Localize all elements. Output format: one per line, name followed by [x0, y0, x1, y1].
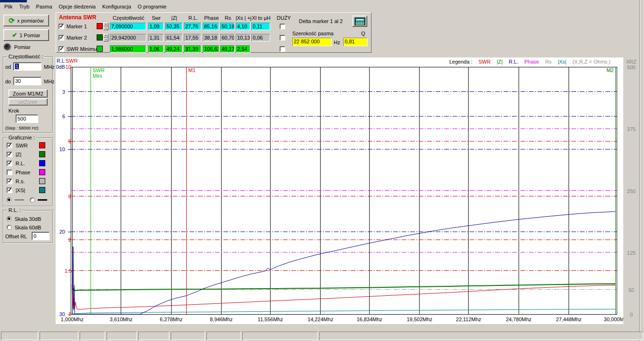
freq-to-input[interactable]: 30 — [13, 77, 41, 85]
value-field-rs[interactable]: 50,18 — [220, 23, 235, 30]
delta-marker-title: Delta marker 1 al 2 — [299, 18, 343, 24]
value-field-rs[interactable]: 49,17 — [220, 45, 235, 53]
graph-groupbox: Graficznie : SWR|Z|R.L.PhaseR.s.|XS| — [3, 138, 53, 206]
zoom-m1-m2-button[interactable]: Zoom M1/M2 — [8, 89, 48, 97]
value-field-xl[interactable]: 0,06 — [251, 34, 270, 41]
value-field-phase[interactable]: 38,18 — [203, 34, 219, 41]
value-field-z[interactable]: 50,35 — [165, 23, 182, 30]
rl-scale-radio-1[interactable] — [7, 216, 12, 221]
chart-area: R.L SWR Legenda :SWR|Z|R.L.PhaseRs|Xs|(X… — [56, 57, 623, 324]
xrz-axis-label: 50 — [623, 287, 639, 293]
row-enable-checkbox[interactable] — [58, 35, 64, 41]
value-field-xl[interactable]: 0,11 — [251, 23, 270, 30]
column-header: DUŻY — [273, 15, 295, 21]
value-field-xs[interactable]: 10,13 — [236, 34, 250, 41]
line-thick-radio[interactable] — [30, 197, 35, 203]
xrz-axis-label: 0 — [623, 312, 639, 317]
spinner-up-button[interactable]: + — [103, 34, 108, 38]
value-field-phase[interactable]: 106,63 — [203, 45, 219, 53]
spinner-up-button[interactable]: + — [103, 23, 108, 26]
menu-item-6[interactable]: O programie — [134, 3, 170, 10]
delta-calculator-button[interactable] — [352, 16, 367, 27]
value-field-z[interactable]: 49,24 — [165, 45, 182, 53]
right-axis-strip: XRZ 500375250125500 — [623, 57, 639, 324]
row-enable-checkbox[interactable] — [58, 46, 64, 52]
rl-axis-label: 10 — [56, 147, 65, 152]
swr-axis-label: 5 — [65, 139, 71, 144]
column-header: |Xs | +j — [235, 15, 252, 21]
value-field-freq[interactable]: 29,942000 — [110, 34, 146, 41]
unzoom-button[interactable]: unZoom — [8, 98, 48, 106]
line-thin-radio[interactable] — [7, 197, 12, 203]
graph-group-title: Graficznie : — [7, 135, 36, 140]
menu-item-1[interactable]: Plik — [1, 3, 16, 10]
value-field-rl[interactable]: 17,55 — [184, 34, 201, 41]
menu-item-4[interactable]: Opcje śledzenia — [56, 3, 99, 10]
value-field-swr[interactable]: 1,06 — [148, 45, 164, 53]
swr-axis-label: 2 — [65, 237, 71, 243]
duzy-checkbox[interactable] — [280, 46, 285, 52]
marker-label: M2 — [606, 67, 613, 73]
antenna-swr-title: Antenna SWR — [59, 14, 96, 21]
step-input[interactable]: 500 — [16, 114, 38, 123]
multi-measure-label: x pomiarów — [17, 18, 43, 24]
series-color-swatch — [39, 142, 45, 148]
offset-rl-input[interactable]: 0 — [32, 232, 50, 240]
bandwidth-value-field: 22 852 000 — [292, 38, 332, 46]
value-field-xs[interactable]: 2,54 — [236, 45, 250, 53]
rl-axis-label: 6 — [56, 114, 65, 119]
rl-axis-label: 3 — [56, 89, 65, 95]
value-field-phase[interactable]: 85,16 — [203, 23, 219, 30]
column-header: Phase — [202, 15, 221, 21]
freq-tick-label: 3,610Mhz — [105, 317, 138, 322]
multi-measure-button[interactable]: ⟳ x pomiarów — [3, 15, 49, 26]
rl-axis-label: 0dB — [56, 65, 65, 70]
graph-checkbox-rs[interactable] — [7, 179, 12, 184]
value-field-swr[interactable]: 1,31 — [148, 34, 164, 41]
measurement-panel: Antenna SWR CzęstotliwośćSwr|Z|R.L.Phase… — [56, 12, 372, 53]
graph-checkbox-phase[interactable] — [7, 170, 12, 175]
menu-item-5[interactable]: Konfiguracja — [99, 3, 134, 10]
row-label: SWR Minimu — [66, 46, 97, 52]
value-field-freq[interactable]: 1,986000 — [110, 45, 146, 53]
single-measure-button[interactable]: ✔ 1 Pomiar — [3, 29, 49, 41]
freq-tick-label: 19,502Mhz — [403, 317, 436, 322]
value-field-z[interactable]: 61,54 — [165, 34, 182, 41]
rl-scale-radio-2[interactable] — [7, 225, 12, 230]
freq-from-input[interactable]: 1 — [13, 62, 41, 71]
value-field-xs[interactable]: 4,10 — [236, 23, 250, 30]
graph-checkbox-swr[interactable] — [7, 143, 12, 148]
check-icon: ✔ — [12, 32, 17, 39]
xrz-axis-title: XRZ — [623, 59, 639, 65]
freq-to-unit: MHz — [44, 79, 55, 84]
row-enable-checkbox[interactable] — [58, 24, 64, 29]
duzy-checkbox[interactable] — [280, 35, 285, 41]
status-panel-7 — [206, 332, 241, 340]
value-field-freq[interactable]: 7,090000 — [110, 23, 146, 30]
marker-color-swatch — [97, 34, 103, 41]
value-field-rl[interactable]: 31,39 — [184, 45, 201, 53]
menu-item-2[interactable]: Tryb — [16, 3, 33, 10]
frequency-groupbox: Częstotliwość : od 1 MHz do 30 MHz Zoom … — [3, 57, 53, 133]
spinner-down-button[interactable]: − — [103, 26, 108, 30]
marker-color-swatch — [97, 46, 103, 52]
refresh-icon: ⟳ — [9, 16, 15, 25]
spinner-down-button[interactable]: − — [103, 38, 108, 41]
marker-label: M1 — [189, 67, 196, 73]
marker-step-spinner: +− — [103, 34, 108, 41]
xrz-axis-label: 125 — [623, 250, 639, 256]
thin-line-icon — [15, 200, 24, 200]
graph-checkbox-z[interactable] — [7, 152, 12, 157]
menu-item-3[interactable]: Pasma — [33, 3, 55, 10]
duzy-checkbox[interactable] — [280, 24, 285, 29]
graph-checkbox-xs[interactable] — [7, 187, 12, 193]
graph-checkbox-rl[interactable] — [7, 161, 12, 166]
status-bar — [0, 332, 644, 341]
value-field-swr[interactable]: 1,09 — [148, 23, 164, 30]
status-panel-9 — [319, 332, 643, 340]
freq-tick-label: 22,112Mhz — [452, 317, 485, 322]
value-field-rl[interactable]: 27,76 — [184, 23, 201, 30]
value-field-rs[interactable]: 60,70 — [220, 34, 235, 41]
status-panel-4 — [107, 332, 137, 340]
freq-tick-label: 27,448Mhz — [552, 317, 585, 322]
